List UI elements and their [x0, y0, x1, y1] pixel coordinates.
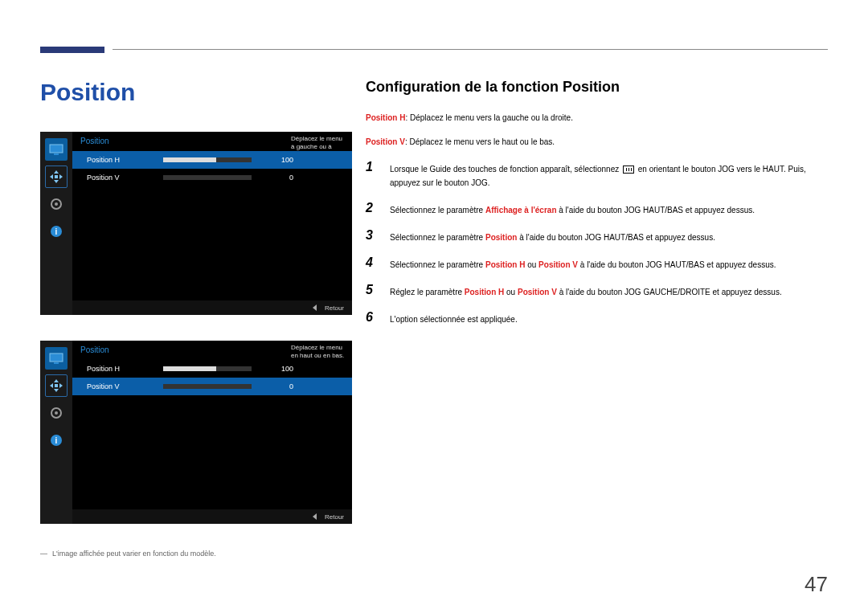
svg-marker-3: [54, 180, 59, 183]
position-v-bold: Position V: [366, 137, 405, 146]
heading: Configuration de la fonction Position: [366, 79, 832, 96]
step-text: Sélectionnez le paramètre Position à l'a…: [390, 228, 715, 244]
osd-row-label: Position H: [87, 365, 163, 373]
svg-marker-2: [54, 170, 59, 174]
osd-slider: [163, 157, 252, 162]
right-column: Configuration de la fonction Position Po…: [366, 79, 832, 337]
footnote: ―L'image affichée peut varier en fonctio…: [40, 550, 362, 558]
svg-rect-17: [55, 384, 58, 387]
osd-tip: Déplacez le menu en haut ou en bas.: [291, 344, 347, 361]
osd-row-position-h: Position H 100: [72, 360, 352, 378]
triangle-left-icon: [313, 513, 317, 520]
step-number: 4: [366, 255, 379, 270]
osd-sidebar: i: [40, 132, 72, 315]
osd-return: Retour: [325, 513, 344, 521]
osd-row-label: Position H: [87, 156, 163, 164]
osd-title: Position: [80, 137, 109, 145]
osd-slider: [163, 366, 252, 371]
osd-value: 100: [271, 365, 293, 373]
osd-footer: Retour: [72, 300, 352, 315]
svg-text:i: i: [55, 227, 58, 236]
svg-marker-5: [59, 174, 63, 179]
step-number: 3: [366, 228, 379, 243]
info-icon: i: [45, 429, 68, 452]
svg-point-8: [55, 202, 58, 206]
step-2: 2 Sélectionnez le paramètre Affichage à …: [366, 201, 832, 217]
section-title: Position: [40, 79, 362, 106]
step-text: L'option sélectionnée est appliquée.: [390, 310, 518, 326]
position-h-bold: Position H: [366, 113, 405, 122]
position-h-desc: Position H: Déplacez le menu vers la gau…: [366, 112, 832, 125]
step-5: 5 Réglez le paramètre Position H ou Posi…: [366, 283, 832, 299]
header-rule: [40, 47, 828, 56]
step-4: 4 Sélectionnez le paramètre Position H o…: [366, 255, 832, 272]
svg-marker-4: [50, 174, 53, 179]
page-number: 47: [805, 572, 828, 597]
osd-value: 100: [271, 156, 293, 164]
svg-rect-1: [54, 153, 59, 155]
svg-rect-12: [54, 362, 59, 364]
svg-rect-0: [50, 145, 63, 153]
svg-marker-16: [59, 383, 63, 388]
osd-row-position-h: Position H 100: [72, 151, 352, 169]
svg-marker-15: [50, 383, 53, 388]
osd-footer: Retour: [72, 509, 352, 524]
step-1: 1 Lorsque le Guide des touches de foncti…: [366, 160, 832, 190]
left-column: Position i Position Déplacez le menu à g…: [40, 79, 362, 558]
svg-point-19: [55, 411, 58, 415]
steps-list: 1 Lorsque le Guide des touches de foncti…: [366, 160, 832, 326]
gear-icon: [45, 193, 68, 215]
step-number: 2: [366, 201, 379, 215]
menu-icon: [623, 166, 634, 174]
triangle-left-icon: [313, 304, 317, 311]
move-icon: [45, 166, 68, 188]
osd-value: 0: [271, 174, 293, 182]
gear-icon: [45, 402, 68, 424]
header-rule-thin: [113, 49, 828, 50]
info-icon: i: [45, 220, 68, 243]
osd-sidebar: i: [40, 341, 72, 524]
monitor-icon: [45, 347, 68, 370]
step-6: 6 L'option sélectionnée est appliquée.: [366, 310, 832, 326]
svg-text:i: i: [55, 436, 58, 445]
move-icon: [45, 374, 68, 397]
osd-screenshot-2: i Position Déplacez le menu en haut ou e…: [40, 341, 352, 524]
header-rule-thick: [40, 47, 104, 53]
osd-row-position-v: Position V 0: [72, 169, 352, 186]
position-v-desc: Position V: Déplacez le menu vers le hau…: [366, 136, 832, 149]
svg-marker-14: [54, 389, 59, 392]
svg-marker-13: [54, 379, 59, 382]
step-text: Sélectionnez le paramètre Affichage à l'…: [390, 201, 755, 217]
osd-return: Retour: [325, 304, 344, 312]
step-number: 1: [366, 160, 379, 174]
osd-title: Position: [80, 345, 109, 354]
monitor-icon: [45, 138, 68, 161]
osd-body: Position H 100 Position V 0: [72, 151, 352, 186]
osd-row-label: Position V: [87, 382, 163, 390]
step-number: 6: [366, 310, 379, 325]
step-3: 3 Sélectionnez le paramètre Position à l…: [366, 228, 832, 244]
osd-slider: [163, 384, 252, 389]
osd-body: Position H 100 Position V 0: [72, 360, 352, 395]
svg-rect-11: [50, 353, 63, 362]
osd-row-position-v: Position V 0: [72, 378, 352, 395]
step-text: Sélectionnez le paramètre Position H ou …: [390, 255, 776, 272]
step-text: Lorsque le Guide des touches de fonction…: [390, 160, 832, 190]
osd-value: 0: [271, 382, 293, 390]
svg-rect-6: [55, 175, 58, 178]
step-text: Réglez le paramètre Position H ou Positi…: [390, 283, 782, 299]
osd-screenshot-1: i Position Déplacez le menu à gauche ou …: [40, 132, 352, 315]
osd-slider: [163, 175, 252, 180]
step-number: 5: [366, 283, 379, 297]
osd-row-label: Position V: [87, 174, 163, 182]
